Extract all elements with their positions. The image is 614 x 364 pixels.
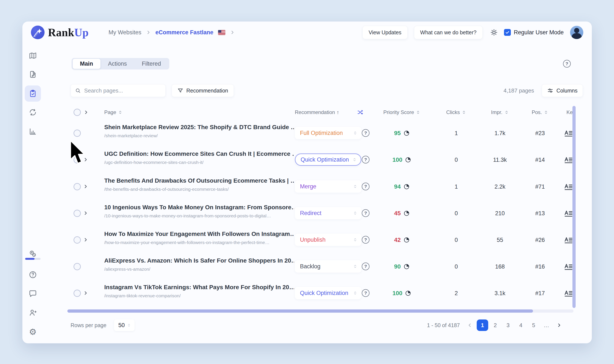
pie-chart-icon[interactable] (403, 237, 410, 243)
table-row[interactable]: The Benefits And Drawbacks Of Outsourcin… (22, 174, 592, 199)
recommendation-select[interactable]: Merge (295, 180, 361, 193)
page-cell[interactable]: Instagram Vs TikTok Earnings: What Pays … (104, 284, 294, 298)
row-checkbox[interactable] (74, 236, 81, 244)
recommendation-select[interactable]: Redirect (295, 207, 361, 219)
pie-chart-icon[interactable] (403, 263, 410, 270)
keywords-icon[interactable] (564, 262, 573, 271)
keywords-icon[interactable] (564, 289, 573, 298)
recommendation-help-icon[interactable]: ? (362, 236, 369, 244)
sidebar-item-pages[interactable] (25, 66, 41, 82)
page-cell[interactable]: UGC Definition: How Ecommerce Sites Can … (104, 150, 294, 165)
rows-per-page-select[interactable]: 50 (114, 319, 134, 331)
view-updates-button[interactable]: View Updates (362, 26, 408, 39)
recommendation-select[interactable]: Quick Optimization (295, 154, 361, 166)
header-impressions[interactable]: Impr. (483, 106, 517, 119)
page-number-5[interactable]: 5 (528, 319, 539, 331)
recommendation-select[interactable]: Quick Optimization (295, 287, 361, 299)
feedback-button[interactable]: What can we do better? (414, 26, 483, 39)
keywords-icon[interactable] (564, 156, 573, 165)
row-expand-chevron-icon[interactable] (83, 210, 89, 216)
tab-actions[interactable]: Actions (101, 59, 134, 69)
row-checkbox[interactable] (74, 210, 81, 217)
row-checkbox[interactable] (74, 183, 81, 190)
page-number-2[interactable]: 2 (489, 319, 501, 331)
table-row[interactable]: Shein Marketplace Review 2025: The Shopi… (22, 120, 592, 146)
stepper-icon[interactable] (352, 157, 357, 162)
checkbox-checked-icon[interactable] (504, 29, 511, 36)
keywords-icon[interactable] (564, 236, 573, 245)
tab-main[interactable]: Main (73, 59, 100, 69)
recommendation-help-icon[interactable]: ? (362, 183, 369, 190)
keywords-icon[interactable] (564, 182, 573, 191)
recommendation-select[interactable]: Unpublish (295, 234, 361, 246)
sidebar-item-tasks-active[interactable] (25, 85, 41, 102)
header-position[interactable]: Pos. (523, 106, 557, 119)
recommendation-help-icon[interactable]: ? (362, 156, 369, 163)
page-number-1[interactable]: 1 (477, 319, 488, 331)
page-ellipsis[interactable]: … (541, 319, 552, 331)
pie-chart-icon[interactable] (405, 157, 411, 163)
table-row[interactable]: AliExpress Vs. Amazon: Which Is Safer Fo… (22, 254, 592, 279)
select-all-checkbox[interactable] (74, 106, 81, 119)
recommendation-filter-button[interactable]: Recommendation (172, 84, 234, 97)
pie-chart-icon[interactable] (403, 183, 410, 190)
user-mode-toggle[interactable]: Regular User Mode (504, 29, 564, 36)
breadcrumb-site[interactable]: eCommerce Fastlane (156, 29, 213, 36)
recommendation-help-icon[interactable]: ? (362, 209, 369, 217)
tab-filtered[interactable]: Filtered (134, 59, 168, 69)
page-help-icon[interactable]: ? (563, 60, 571, 67)
row-checkbox[interactable] (74, 263, 81, 270)
keywords-icon[interactable] (564, 129, 573, 138)
row-expand-chevron-icon[interactable] (83, 290, 89, 296)
recommendation-help-icon[interactable]: ? (362, 289, 369, 297)
table-row[interactable]: UGC Definition: How Ecommerce Sites Can … (22, 147, 592, 173)
user-avatar[interactable] (570, 26, 583, 39)
header-priority-score[interactable]: Priority Score (383, 106, 421, 119)
columns-button[interactable]: Columns (542, 84, 583, 97)
vertical-scrollbar[interactable] (573, 106, 576, 308)
pie-chart-icon[interactable] (403, 130, 410, 136)
page-cell[interactable]: AliExpress Vs. Amazon: Which Is Safer Fo… (104, 257, 294, 272)
stepper-icon[interactable] (353, 264, 357, 269)
stepper-icon[interactable] (353, 237, 357, 242)
stepper-icon[interactable] (353, 211, 357, 215)
table-row[interactable]: 10 Ingenious Ways To Make Money On Insta… (22, 201, 592, 226)
page-number-3[interactable]: 3 (502, 319, 514, 331)
brand-logo[interactable]: RankUp (31, 22, 89, 43)
search-input[interactable] (84, 87, 161, 94)
keywords-icon[interactable] (564, 209, 573, 218)
prev-page-chevron-icon[interactable] (463, 319, 476, 331)
breadcrumb-my-websites[interactable]: My Websites (108, 29, 141, 36)
pie-chart-icon[interactable] (403, 210, 410, 217)
sidebar-item-map[interactable] (25, 48, 41, 64)
header-clicks[interactable]: Clicks (439, 106, 473, 119)
recommendation-select[interactable]: Full Optimization (295, 127, 361, 139)
header-recommendation[interactable]: Recommendation ↑ (295, 106, 339, 119)
table-row[interactable]: Instagram Vs TikTok Earnings: What Pays … (22, 280, 592, 306)
page-cell[interactable]: The Benefits And Drawbacks Of Outsourcin… (104, 177, 294, 192)
sidebar-item-invite[interactable] (25, 305, 41, 321)
shuffle-icon[interactable] (357, 106, 364, 119)
next-page-chevron-icon[interactable] (553, 319, 565, 331)
recommendation-help-icon[interactable]: ? (362, 262, 369, 270)
expand-all-chevron-icon[interactable] (83, 106, 89, 119)
theme-sun-icon[interactable] (490, 29, 497, 36)
page-cell[interactable]: 10 Ingenious Ways To Make Money On Insta… (104, 204, 294, 219)
recommendation-help-icon[interactable]: ? (362, 129, 369, 137)
row-expand-chevron-icon[interactable] (83, 184, 89, 189)
chevron-right-icon[interactable] (230, 30, 235, 35)
horizontal-scrollbar[interactable] (67, 310, 533, 313)
stepper-icon[interactable] (353, 131, 357, 135)
row-checkbox[interactable] (74, 130, 81, 137)
recommendation-select[interactable]: Backlog (295, 260, 361, 273)
page-cell[interactable]: Shein Marketplace Review 2025: The Shopi… (104, 124, 294, 138)
stepper-icon[interactable] (353, 291, 357, 295)
stepper-icon[interactable] (353, 184, 357, 189)
pie-chart-icon[interactable] (405, 290, 411, 297)
page-cell[interactable]: How To Maximize Your Engagement With Fol… (104, 231, 294, 245)
page-number-4[interactable]: 4 (515, 319, 527, 331)
row-checkbox[interactable] (74, 290, 81, 297)
table-row[interactable]: How To Maximize Your Engagement With Fol… (22, 227, 592, 253)
header-page[interactable]: Page (104, 106, 123, 119)
row-expand-chevron-icon[interactable] (83, 237, 89, 243)
